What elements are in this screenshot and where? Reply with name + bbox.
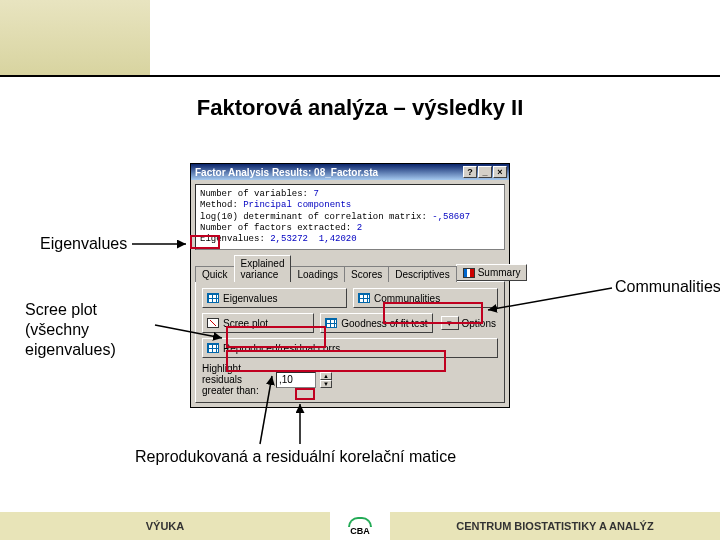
options-button[interactable]: ▾ Options — [439, 316, 498, 330]
table-icon — [358, 293, 370, 303]
footer-right: CENTRUM BIOSTATISTIKY A ANALÝZ — [390, 512, 720, 540]
scree-plot-button[interactable]: Scree plot — [202, 313, 314, 333]
tab-scores[interactable]: Scores — [344, 266, 389, 282]
factor-results-dialog: Factor Analysis Results: 08_Factor.sta ?… — [190, 163, 510, 408]
close-button[interactable]: × — [493, 166, 507, 178]
callout-communalities: Communalities — [615, 278, 720, 296]
highlight-value-input[interactable]: ,10 — [276, 372, 316, 388]
dialog-title: Factor Analysis Results: 08_Factor.sta — [193, 167, 462, 178]
footer: VÝUKA CBA CENTRUM BIOSTATISTIKY A ANALÝZ — [0, 512, 720, 540]
summary-icon — [463, 268, 475, 278]
header-rule — [0, 75, 720, 77]
table-icon — [325, 318, 337, 328]
tab-explained-variance[interactable]: Explained variance — [234, 255, 292, 282]
highlight-spinner[interactable]: ▲▼ — [320, 372, 332, 388]
rollup-button[interactable]: _ — [478, 166, 492, 178]
goodness-of-fit-button[interactable]: Goodness of fit test — [320, 313, 432, 333]
highlight-threshold-row: Highlight residuals greater than: ,10 ▲▼ — [202, 363, 498, 396]
dialog-titlebar[interactable]: Factor Analysis Results: 08_Factor.sta ?… — [191, 164, 509, 180]
highlight-label: Highlight residuals greater than: — [202, 363, 272, 396]
summary-label: Summary — [478, 267, 521, 278]
callout-scree: Scree plot (všechny eigenvalues) — [25, 300, 155, 360]
slide-title: Faktorová analýza – výsledky II — [0, 95, 720, 121]
callout-reproduced: Reprodukovaná a residuální korelační mat… — [135, 448, 456, 466]
communalities-button[interactable]: Communalities — [353, 288, 498, 308]
footer-logo: CBA — [330, 512, 390, 540]
options-icon: ▾ — [441, 316, 459, 330]
eigenvalues-button[interactable]: Eigenvalues — [202, 288, 347, 308]
chart-icon — [207, 318, 219, 328]
table-icon — [207, 293, 219, 303]
footer-left: VÝUKA — [0, 512, 330, 540]
reproduced-residual-button[interactable]: Reproduced/residual corrs. — [202, 338, 498, 358]
tab-descriptives[interactable]: Descriptives — [388, 266, 456, 282]
tab-quick[interactable]: Quick — [195, 266, 235, 282]
help-button[interactable]: ? — [463, 166, 477, 178]
tab-loadings[interactable]: Loadings — [290, 266, 345, 282]
info-panel: Number of variables: 7 Method: Principal… — [195, 184, 505, 250]
header-gradient — [0, 0, 150, 75]
callout-eigenvalues: Eigenvalues — [40, 235, 127, 253]
tab-panel: Eigenvalues Communalities Scree plot Goo… — [195, 281, 505, 403]
tab-strip: Quick Explained variance Loadings Scores… — [195, 254, 505, 281]
summary-button[interactable]: Summary — [456, 264, 528, 281]
table-icon — [207, 343, 219, 353]
